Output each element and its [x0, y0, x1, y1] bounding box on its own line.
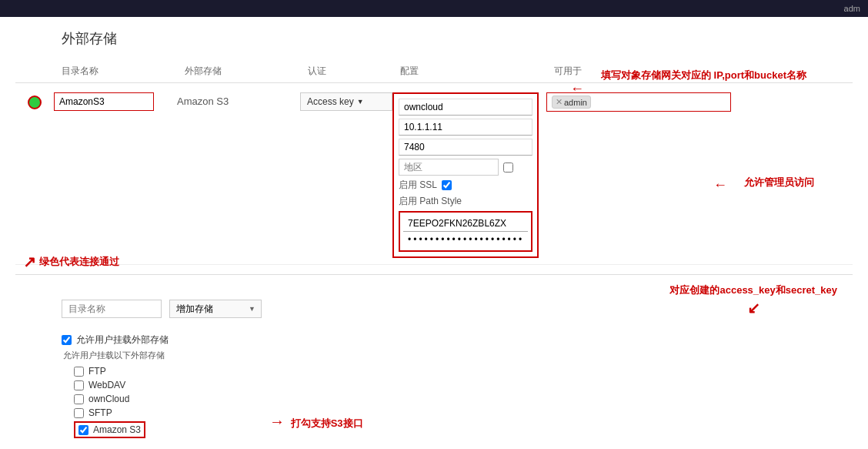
amazon-s3-highlight-box: Amazon S3 — [74, 421, 145, 438]
auth-type-label: Access key — [307, 96, 354, 107]
storage-types-list: FTP WebDAV ownCloud SFTP — [62, 366, 853, 438]
secret-key-input[interactable] — [403, 232, 528, 247]
arrow-up-icon: ↗ — [23, 253, 36, 271]
col2-header: 外部存储 — [185, 65, 308, 78]
ssl-label: 启用 SSL — [399, 179, 437, 192]
arrow-right-icon: → — [269, 413, 285, 430]
storage-row: Amazon S3 Access key ▼ — [15, 83, 853, 265]
arrow-to-config-icon: ← — [570, 79, 584, 99]
ssl-checkbox[interactable] — [442, 180, 452, 190]
add-folder-input[interactable] — [62, 300, 162, 318]
add-storage-select[interactable]: 增加存储 — [169, 300, 262, 318]
annotation-allow-admin: 允许管理员访问 ← — [744, 176, 814, 189]
col1-header: 目录名称 — [62, 65, 185, 78]
region-checkbox[interactable] — [503, 163, 513, 173]
region-input[interactable] — [399, 159, 499, 176]
path-style-label: 启用 Path Style — [399, 195, 462, 208]
col3-header: 认证 — [308, 65, 400, 78]
owncloud-checkbox[interactable] — [74, 394, 84, 404]
arrow-down-icon: ↙ — [669, 299, 837, 317]
tag-close-icon[interactable]: ✕ — [556, 97, 563, 107]
checkboxes-section: 允许用户挂载外部存储 允许用户挂载以下外部存储 FTP WebDAV ownCl… — [62, 333, 853, 438]
owncloud-label: ownCloud — [88, 394, 129, 404]
webdav-checkbox[interactable] — [74, 380, 84, 390]
hostname-input[interactable] — [399, 119, 532, 136]
col4-header: 配置 — [400, 65, 554, 78]
amazon-s3-checkbox[interactable] — [78, 425, 88, 435]
auth-type-select[interactable]: Access key ▼ — [300, 92, 392, 111]
annotation-green-dot: ↗ 绿色代表连接通过 — [23, 253, 119, 271]
port-input[interactable] — [399, 139, 532, 156]
main-checkbox-row: 允许用户挂载外部存储 — [62, 333, 853, 347]
allow-external-storage-checkbox[interactable] — [62, 335, 72, 345]
sftp-row: SFTP — [74, 407, 853, 418]
topbar-user: adm — [844, 4, 860, 13]
sub-label: 允许用户挂载以下外部存储 — [62, 350, 853, 361]
config-panel: 启用 SSL 启用 Path Style — [392, 92, 539, 258]
add-storage-wrapper: 增加存储 — [169, 300, 262, 318]
annotation-s3-interface: → 打勾支持S3接口 — [269, 413, 363, 431]
access-key-input[interactable] — [403, 216, 528, 232]
allowed-input[interactable] — [594, 97, 726, 108]
ftp-label: FTP — [88, 366, 106, 377]
folder-name-input[interactable] — [54, 92, 154, 111]
dropdown-arrow-icon: ▼ — [357, 98, 364, 106]
page-title: 外部存储 — [15, 29, 853, 48]
connection-status-dot — [28, 95, 42, 109]
amazon-s3-row: Amazon S3 — [74, 421, 853, 438]
amazon-s3-label: Amazon S3 — [93, 424, 141, 435]
storage-type-label: Amazon S3 — [177, 95, 229, 107]
sftp-checkbox[interactable] — [74, 408, 84, 418]
ftp-checkbox[interactable] — [74, 367, 84, 377]
annotation-access-key: 对应创建的access_key和secret_key ↙ — [669, 283, 837, 317]
sftp-label: SFTP — [88, 407, 112, 418]
annotation-bucket-ip-port: 填写对象存储网关对应的 IP,port和bucket名称 ← — [601, 68, 806, 83]
webdav-row: WebDAV — [74, 380, 853, 390]
allow-external-storage-label: 允许用户挂载外部存储 — [76, 333, 169, 347]
arrow-to-allowed-icon: ← — [713, 177, 727, 193]
owncloud-row: ownCloud — [74, 394, 853, 404]
webdav-label: WebDAV — [88, 380, 125, 390]
bucket-input[interactable] — [399, 99, 532, 116]
ftp-row: FTP — [74, 366, 853, 377]
